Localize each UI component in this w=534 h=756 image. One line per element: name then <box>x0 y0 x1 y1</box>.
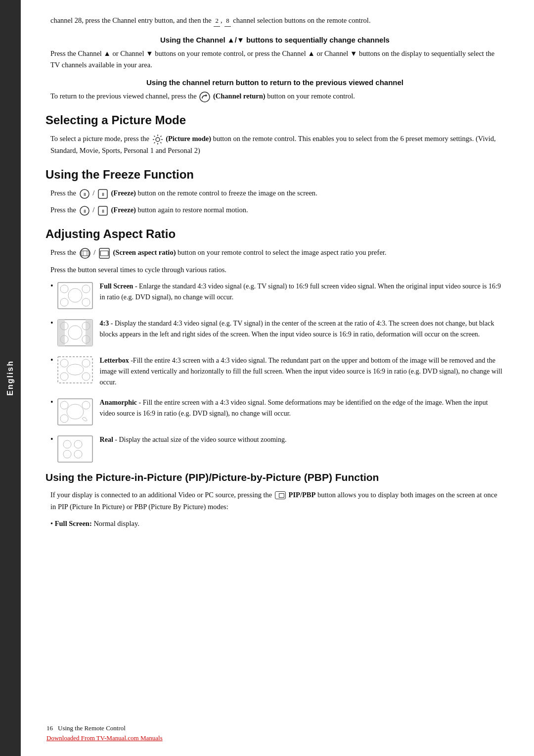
channel-buttons-body: Press the Channel ▲ or Channel ▼ buttons… <box>45 48 504 72</box>
aspect-item-four-three: • 4:3 - Display the standard 4:3 video s… <box>45 318 504 346</box>
svg-point-51 <box>74 440 82 448</box>
sidebar-label: English <box>6 360 15 396</box>
svg-rect-23 <box>100 251 108 256</box>
icon-anamorphic <box>57 398 93 425</box>
num-badge-1: 2 <box>214 16 220 27</box>
intro-comma: , <box>221 16 222 24</box>
svg-point-27 <box>60 298 68 306</box>
svg-text:⏸: ⏸ <box>100 209 105 214</box>
footer-section-label: Using the Remote Control <box>58 724 126 732</box>
intro-paragraph: channel 28, press the Channel entry butt… <box>45 15 504 27</box>
svg-point-40 <box>82 359 90 367</box>
page-footer: 16 Using the Remote Control Downloaded F… <box>46 724 504 742</box>
page: English channel 28, press the Channel en… <box>0 0 534 756</box>
sidebar: English <box>0 0 21 756</box>
aspect-text-full-screen: Full Screen - Enlarge the standard 4:3 v… <box>100 281 504 303</box>
main-content: channel 28, press the Channel entry butt… <box>21 0 534 756</box>
freeze-bold-2: (Freeze) <box>111 206 136 214</box>
anamorphic-label: Anamorphic <box>100 399 137 406</box>
picture-mode-bold: (Picture mode) <box>166 135 211 142</box>
svg-rect-19 <box>81 251 89 256</box>
svg-point-37 <box>68 326 82 339</box>
bullet-four-three: • <box>50 319 53 327</box>
icon-letterbox <box>57 356 93 383</box>
picture-mode-body: To select a picture mode, press the (Pic… <box>45 133 504 157</box>
freeze-icon-2a: ⏸ <box>79 205 90 216</box>
svg-point-41 <box>60 373 68 380</box>
freeze-slash-2: / <box>92 206 94 214</box>
icon-four-three <box>57 319 93 346</box>
aspect-intro-before: Press the <box>50 248 76 256</box>
pip-bold: PIP/PBP <box>289 491 316 499</box>
aspect-item-full-screen: • Full Screen - Enlarge the standard 4:3… <box>45 281 504 309</box>
real-label: Real <box>100 436 113 443</box>
freeze-icon-2b: ⏸ <box>97 205 108 216</box>
svg-rect-49 <box>58 436 92 462</box>
letterbox-label: Letterbox <box>100 357 129 364</box>
pip-body: If your display is connected to an addit… <box>45 489 504 513</box>
pip-bullet-1: • Full Screen: Normal display. <box>45 518 504 530</box>
svg-line-6 <box>154 136 155 137</box>
aspect-intro-after: button on your remote control to select … <box>178 248 386 256</box>
aspect-ratio-icon-2 <box>98 247 110 259</box>
pip-heading: Using the Picture-in-Picture (PIP)/Pictu… <box>45 472 504 483</box>
freeze-line1-before: Press the <box>50 189 76 197</box>
svg-text:⏸: ⏸ <box>82 209 87 214</box>
channel-return-icon <box>199 92 210 102</box>
full-screen-label: Full Screen <box>100 283 134 290</box>
aspect-heading: Adjusting Aspect Ratio <box>45 227 504 241</box>
svg-line-9 <box>154 142 155 143</box>
svg-point-26 <box>82 285 90 293</box>
freeze-bold-1: (Freeze) <box>111 189 136 197</box>
channel-return-bold: (Channel return) <box>213 92 266 100</box>
svg-rect-24 <box>58 283 92 309</box>
aspect-slash: / <box>93 248 95 256</box>
pip-full-screen-label: Full Screen: <box>55 520 92 527</box>
aspect-text-four-three: 4:3 - Display the standard 4:3 video sig… <box>100 318 504 340</box>
svg-point-29 <box>68 288 82 302</box>
svg-point-46 <box>82 401 90 409</box>
freeze-text-1: button on the remote control to freeze t… <box>138 189 317 197</box>
freeze-icon-1b: ⏸ <box>97 189 108 199</box>
footer-link[interactable]: Downloaded From TV-Manual.com Manuals <box>46 734 504 742</box>
intro-text-before: channel 28, press the Channel entry butt… <box>50 16 212 24</box>
icon-real <box>57 435 93 463</box>
aspect-bold: (Screen aspect ratio) <box>113 248 176 256</box>
pip-icon <box>275 491 286 499</box>
svg-point-39 <box>60 359 68 367</box>
channel-return-text-after: button on your remote control. <box>267 92 355 100</box>
svg-point-18 <box>80 248 90 258</box>
picture-mode-icon <box>152 134 163 145</box>
svg-line-8 <box>160 136 161 137</box>
svg-point-1 <box>156 138 160 142</box>
pip-text-before: If your display is connected to an addit… <box>50 491 272 499</box>
freeze-body-2: Press the ⏸ / ⏸ (Freeze) button again to… <box>45 204 504 216</box>
letterbox-desc: -Fill the entire 4:3 screen with a 4:3 v… <box>100 357 502 386</box>
svg-point-52 <box>63 450 71 458</box>
svg-line-7 <box>160 142 161 143</box>
footer-page-number: 16 <box>46 724 53 732</box>
footer-line: 16 Using the Remote Control <box>46 724 504 732</box>
svg-point-45 <box>60 401 68 409</box>
anamorphic-desc: - Fill the entire screen with a 4:3 vide… <box>100 399 488 417</box>
svg-point-48 <box>67 404 84 419</box>
picture-mode-heading: Selecting a Picture Mode <box>45 113 504 127</box>
channel-return-heading: Using the channel return button to retur… <box>45 78 504 87</box>
svg-point-53 <box>74 450 82 458</box>
svg-rect-22 <box>99 248 109 258</box>
freeze-body-1: Press the ⏸ / ⏸ (Freeze) button on the r… <box>45 188 504 199</box>
svg-point-47 <box>60 415 68 423</box>
svg-rect-44 <box>58 399 92 425</box>
freeze-line2-before: Press the <box>50 206 76 214</box>
svg-point-42 <box>82 373 90 380</box>
freeze-text-2: button again to restore normal motion. <box>138 206 248 214</box>
icon-full-screen <box>57 282 93 309</box>
svg-point-25 <box>60 285 68 293</box>
svg-text:⏸: ⏸ <box>82 192 87 197</box>
svg-point-0 <box>200 92 210 102</box>
freeze-icon-1a: ⏸ <box>79 189 90 199</box>
bullet-anamorphic: • <box>50 398 53 406</box>
aspect-item-letterbox: • Letterbox -Fill the entire 4:3 screen … <box>45 355 504 388</box>
bullet-full-screen: • <box>50 282 53 290</box>
channel-return-text-before: To return to the previous viewed channel… <box>50 92 197 100</box>
